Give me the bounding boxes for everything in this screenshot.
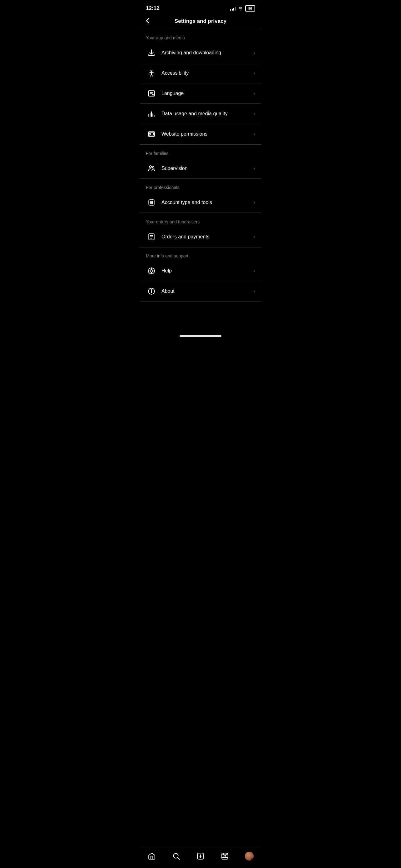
- menu-label-data-usage: Data usage and media quality: [162, 111, 254, 117]
- menu-item-help[interactable]: Help ›: [140, 261, 261, 281]
- section-header-support: More info and support: [140, 247, 261, 261]
- svg-point-5: [153, 166, 154, 168]
- menu-item-orders-payments[interactable]: Orders and payments ›: [140, 227, 261, 247]
- menu-label-about: About: [162, 288, 254, 294]
- page-header: Settings and privacy: [140, 15, 261, 29]
- svg-rect-7: [152, 202, 153, 204]
- svg-point-17: [151, 289, 152, 290]
- menu-item-account-type[interactable]: Account type and tools ›: [140, 192, 261, 213]
- chevron-icon: ›: [254, 131, 255, 137]
- chevron-icon: ›: [254, 268, 255, 274]
- menu-item-language[interactable]: Language ›: [140, 84, 261, 104]
- chevron-icon: ›: [254, 70, 255, 76]
- section-header-professionals: For professionals: [140, 179, 261, 192]
- section-header-orders: Your orders and fundraisers: [140, 213, 261, 227]
- chevron-icon: ›: [254, 234, 255, 240]
- menu-label-archiving: Archiving and downloading: [162, 50, 254, 56]
- chevron-icon: ›: [254, 288, 255, 294]
- chevron-icon: ›: [254, 165, 255, 171]
- svg-point-4: [149, 165, 152, 168]
- menu-item-about[interactable]: About ›: [140, 281, 261, 302]
- accessibility-icon: [146, 67, 157, 79]
- status-bar: 12:12 90: [140, 0, 261, 15]
- status-time: 12:12: [146, 5, 159, 11]
- orders-icon: [146, 231, 157, 243]
- page-title: Settings and privacy: [175, 18, 226, 24]
- signal-icon: [230, 6, 236, 11]
- supervision-icon: [146, 163, 157, 174]
- menu-label-supervision: Supervision: [162, 165, 254, 171]
- menu-label-help: Help: [162, 268, 254, 274]
- wifi-icon: [238, 6, 243, 11]
- svg-rect-6: [149, 200, 154, 205]
- menu-item-archiving[interactable]: Archiving and downloading ›: [140, 43, 261, 63]
- section-header-families: For families: [140, 145, 261, 158]
- data-usage-icon: [146, 108, 157, 119]
- menu-item-accessibility[interactable]: Accessibility ›: [140, 63, 261, 84]
- chevron-icon: ›: [254, 91, 255, 96]
- menu-label-website-permissions: Website permissions: [162, 131, 254, 137]
- content-area: Your app and media Archiving and downloa…: [140, 29, 261, 333]
- language-icon: [146, 88, 157, 99]
- chevron-icon: ›: [254, 50, 255, 56]
- account-type-icon: [146, 197, 157, 208]
- section-header-app-media: Your app and media: [140, 29, 261, 43]
- svg-point-0: [151, 70, 152, 71]
- menu-label-orders-payments: Orders and payments: [162, 234, 254, 240]
- status-icons: 90: [230, 5, 255, 11]
- battery-icon: 90: [245, 5, 255, 11]
- chevron-icon: ›: [254, 200, 255, 205]
- menu-item-supervision[interactable]: Supervision ›: [140, 158, 261, 179]
- svg-rect-3: [151, 133, 154, 135]
- menu-label-accessibility: Accessibility: [162, 70, 254, 76]
- help-icon: [146, 265, 157, 277]
- back-button[interactable]: [144, 16, 151, 27]
- menu-label-language: Language: [162, 91, 254, 96]
- svg-point-10: [150, 270, 153, 273]
- menu-label-account-type: Account type and tools: [162, 200, 254, 205]
- home-indicator: [179, 335, 222, 337]
- website-icon: [146, 128, 157, 140]
- download-icon: [146, 47, 157, 58]
- about-icon: [146, 286, 157, 297]
- menu-item-data-usage[interactable]: Data usage and media quality ›: [140, 104, 261, 124]
- menu-item-website-permissions[interactable]: Website permissions ›: [140, 124, 261, 144]
- chevron-icon: ›: [254, 111, 255, 117]
